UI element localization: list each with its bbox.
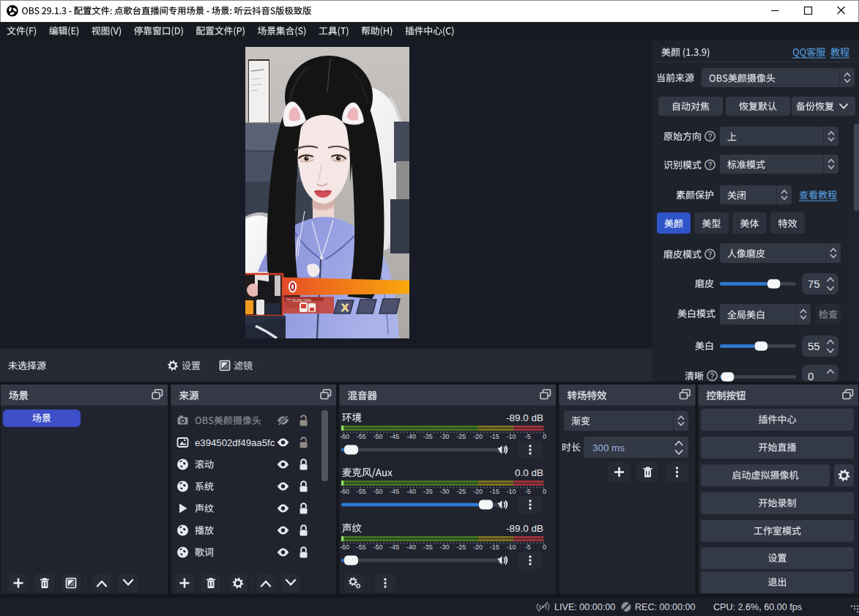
svg-text:-50: -50 <box>373 433 382 440</box>
svg-text:REC: 00:00:00: REC: 00:00:00 <box>635 602 696 612</box>
svg-text:-20: -20 <box>473 433 483 440</box>
svg-text:-25: -25 <box>456 543 466 551</box>
svg-text:-40: -40 <box>406 543 416 551</box>
svg-text:-45: -45 <box>390 543 399 551</box>
svg-text:X: X <box>341 301 349 313</box>
svg-text:0: 0 <box>543 488 546 495</box>
svg-text:-15: -15 <box>490 433 499 440</box>
svg-text:-10: -10 <box>506 433 516 440</box>
svg-text:-35: -35 <box>423 433 433 440</box>
svg-text:-30: -30 <box>439 543 449 551</box>
svg-text:-89.0 dB: -89.0 dB <box>506 412 543 423</box>
svg-text:-45: -45 <box>390 488 399 495</box>
svg-text:LIVE: 00:00:00: LIVE: 00:00:00 <box>554 602 615 612</box>
svg-text:75: 75 <box>808 278 820 290</box>
svg-text:0.0 dB: 0.0 dB <box>515 467 543 478</box>
svg-text:-5: -5 <box>525 433 531 440</box>
svg-text:-15: -15 <box>490 543 499 551</box>
svg-text:*** GUNLYAN: *** GUNLYAN <box>286 298 311 303</box>
svg-text:-55: -55 <box>357 488 366 495</box>
svg-text:300 ms: 300 ms <box>592 442 625 453</box>
svg-text:-15: -15 <box>490 488 499 495</box>
svg-text:-25: -25 <box>456 488 466 495</box>
svg-text:0: 0 <box>543 433 546 440</box>
svg-text:?: ? <box>707 133 712 141</box>
svg-text:-35: -35 <box>423 543 433 551</box>
svg-text:?: ? <box>710 372 714 380</box>
svg-text:-55: -55 <box>357 543 366 551</box>
svg-text:0: 0 <box>808 370 814 382</box>
svg-text:-5: -5 <box>525 488 531 495</box>
svg-text:-30: -30 <box>439 433 449 440</box>
svg-text:-50: -50 <box>373 488 382 495</box>
svg-text:0: 0 <box>543 543 546 551</box>
svg-text:55: 55 <box>808 340 820 352</box>
svg-text:CPU: 2.6%, 60.00 fps: CPU: 2.6%, 60.00 fps <box>713 602 802 612</box>
svg-text:-50: -50 <box>373 543 382 551</box>
svg-text:-25: -25 <box>456 433 466 440</box>
svg-text:-30: -30 <box>439 488 449 495</box>
svg-text:-60: -60 <box>340 433 349 440</box>
svg-text:-20: -20 <box>473 543 483 551</box>
svg-text:-60: -60 <box>340 488 349 495</box>
svg-text:-5: -5 <box>525 543 531 551</box>
svg-text:-10: -10 <box>506 543 516 551</box>
svg-text:-89.0 dB: -89.0 dB <box>506 523 543 534</box>
svg-text:-55: -55 <box>357 433 366 440</box>
svg-text:-40: -40 <box>406 488 416 495</box>
svg-text:-20: -20 <box>473 488 483 495</box>
svg-text:-60: -60 <box>340 543 349 551</box>
svg-text:-40: -40 <box>406 433 416 440</box>
svg-text:-35: -35 <box>423 488 433 495</box>
svg-text:e394502df49aa5fc: e394502df49aa5fc <box>195 437 275 448</box>
svg-text:?: ? <box>707 251 712 259</box>
svg-text:-10: -10 <box>506 488 516 495</box>
svg-text:-45: -45 <box>390 433 399 440</box>
svg-text:?: ? <box>707 161 712 169</box>
